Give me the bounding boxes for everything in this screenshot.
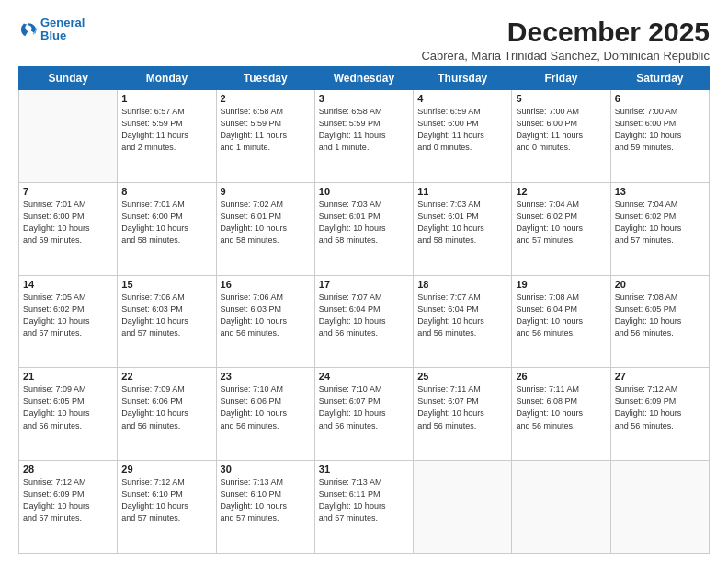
day-info: Sunrise: 7:10 AMSunset: 6:07 PMDaylight:… [319, 384, 409, 431]
day-cell: 30Sunrise: 7:13 AMSunset: 6:10 PMDayligh… [216, 461, 314, 554]
day-info: Sunrise: 6:57 AMSunset: 5:59 PMDaylight:… [121, 106, 211, 154]
day-number: 23 [221, 371, 311, 382]
day-info: Sunrise: 7:02 AMSunset: 6:01 PMDaylight:… [221, 199, 311, 247]
day-info: Sunrise: 7:10 AMSunset: 6:06 PMDaylight:… [221, 384, 311, 431]
day-cell: 19Sunrise: 7:08 AMSunset: 6:04 PMDayligh… [512, 275, 610, 368]
day-info: Sunrise: 7:13 AMSunset: 6:11 PMDaylight:… [319, 477, 409, 524]
day-cell: 9Sunrise: 7:02 AMSunset: 6:01 PMDaylight… [216, 182, 314, 275]
week-row-4: 28Sunrise: 7:12 AMSunset: 6:09 PMDayligh… [19, 461, 710, 554]
day-info: Sunrise: 7:11 AMSunset: 6:07 PMDaylight:… [417, 384, 507, 431]
day-number: 30 [221, 464, 311, 475]
day-info: Sunrise: 7:07 AMSunset: 6:04 PMDaylight:… [319, 292, 409, 339]
logo-icon [18, 19, 39, 40]
day-cell: 5Sunrise: 7:00 AMSunset: 6:00 PMDaylight… [512, 90, 610, 183]
day-info: Sunrise: 7:04 AMSunset: 6:02 PMDaylight:… [516, 199, 606, 247]
main-title: December 2025 [421, 17, 710, 47]
day-number: 14 [23, 279, 113, 290]
header-tuesday: Tuesday [216, 67, 314, 90]
day-number: 8 [121, 186, 211, 197]
day-number: 13 [615, 186, 705, 197]
day-cell: 24Sunrise: 7:10 AMSunset: 6:07 PMDayligh… [314, 368, 413, 461]
day-number: 2 [221, 93, 311, 104]
day-info: Sunrise: 7:08 AMSunset: 6:04 PMDaylight:… [516, 292, 606, 339]
day-number: 9 [221, 186, 311, 197]
day-cell: 15Sunrise: 7:06 AMSunset: 6:03 PMDayligh… [118, 275, 216, 368]
day-cell: 16Sunrise: 7:06 AMSunset: 6:03 PMDayligh… [216, 275, 314, 368]
day-cell [414, 461, 512, 554]
day-cell: 28Sunrise: 7:12 AMSunset: 6:09 PMDayligh… [19, 461, 118, 554]
header-sunday: Sunday [19, 67, 118, 90]
day-info: Sunrise: 7:04 AMSunset: 6:02 PMDaylight:… [615, 199, 705, 247]
day-cell: 20Sunrise: 7:08 AMSunset: 6:05 PMDayligh… [610, 275, 709, 368]
day-info: Sunrise: 7:01 AMSunset: 6:00 PMDaylight:… [23, 199, 113, 247]
day-info: Sunrise: 7:00 AMSunset: 6:00 PMDaylight:… [516, 106, 606, 154]
day-cell: 4Sunrise: 6:59 AMSunset: 6:00 PMDaylight… [414, 90, 512, 183]
day-number: 26 [516, 371, 606, 382]
day-info: Sunrise: 7:08 AMSunset: 6:05 PMDaylight:… [615, 292, 705, 339]
logo: General Blue [18, 17, 85, 43]
day-cell [512, 461, 610, 554]
day-number: 25 [417, 371, 507, 382]
header-friday: Friday [512, 67, 610, 90]
header: General Blue December 2025 Cabrera, Mari… [18, 17, 710, 63]
day-number: 29 [121, 464, 211, 475]
header-saturday: Saturday [610, 67, 709, 90]
day-cell: 7Sunrise: 7:01 AMSunset: 6:00 PMDaylight… [19, 182, 118, 275]
header-monday: Monday [118, 67, 216, 90]
day-cell [610, 461, 709, 554]
day-info: Sunrise: 7:12 AMSunset: 6:10 PMDaylight:… [121, 477, 211, 524]
day-number: 22 [121, 371, 211, 382]
day-number: 21 [23, 371, 113, 382]
logo-text: General Blue [40, 17, 85, 43]
week-row-1: 7Sunrise: 7:01 AMSunset: 6:00 PMDaylight… [19, 182, 710, 275]
day-number: 16 [221, 279, 311, 290]
day-number: 4 [417, 93, 507, 104]
day-cell: 14Sunrise: 7:05 AMSunset: 6:02 PMDayligh… [19, 275, 118, 368]
day-number: 5 [516, 93, 606, 104]
day-cell: 22Sunrise: 7:09 AMSunset: 6:06 PMDayligh… [118, 368, 216, 461]
day-info: Sunrise: 7:03 AMSunset: 6:01 PMDaylight:… [417, 199, 507, 247]
day-info: Sunrise: 7:12 AMSunset: 6:09 PMDaylight:… [615, 384, 705, 431]
week-row-0: 1Sunrise: 6:57 AMSunset: 5:59 PMDaylight… [19, 90, 710, 183]
day-number: 20 [615, 279, 705, 290]
day-cell: 2Sunrise: 6:58 AMSunset: 5:59 PMDaylight… [216, 90, 314, 183]
logo-line1: General [40, 16, 85, 29]
day-info: Sunrise: 7:01 AMSunset: 6:00 PMDaylight:… [121, 199, 211, 247]
day-cell: 21Sunrise: 7:09 AMSunset: 6:05 PMDayligh… [19, 368, 118, 461]
day-cell: 13Sunrise: 7:04 AMSunset: 6:02 PMDayligh… [610, 182, 709, 275]
week-row-3: 21Sunrise: 7:09 AMSunset: 6:05 PMDayligh… [19, 368, 710, 461]
day-cell: 11Sunrise: 7:03 AMSunset: 6:01 PMDayligh… [414, 182, 512, 275]
week-row-2: 14Sunrise: 7:05 AMSunset: 6:02 PMDayligh… [19, 275, 710, 368]
day-info: Sunrise: 6:58 AMSunset: 5:59 PMDaylight:… [319, 106, 409, 154]
day-info: Sunrise: 7:00 AMSunset: 6:00 PMDaylight:… [615, 106, 705, 154]
day-cell: 6Sunrise: 7:00 AMSunset: 6:00 PMDaylight… [610, 90, 709, 183]
day-info: Sunrise: 6:58 AMSunset: 5:59 PMDaylight:… [221, 106, 311, 154]
day-cell: 17Sunrise: 7:07 AMSunset: 6:04 PMDayligh… [314, 275, 413, 368]
header-wednesday: Wednesday [314, 67, 413, 90]
day-cell: 31Sunrise: 7:13 AMSunset: 6:11 PMDayligh… [314, 461, 413, 554]
title-block: December 2025 Cabrera, Maria Trinidad Sa… [421, 17, 710, 63]
day-number: 10 [319, 186, 409, 197]
page: General Blue December 2025 Cabrera, Mari… [0, 0, 728, 563]
day-number: 11 [417, 186, 507, 197]
day-cell: 8Sunrise: 7:01 AMSunset: 6:00 PMDaylight… [118, 182, 216, 275]
day-cell [19, 90, 118, 183]
day-info: Sunrise: 7:06 AMSunset: 6:03 PMDaylight:… [221, 292, 311, 339]
day-number: 24 [319, 371, 409, 382]
day-info: Sunrise: 7:07 AMSunset: 6:04 PMDaylight:… [417, 292, 507, 339]
day-cell: 27Sunrise: 7:12 AMSunset: 6:09 PMDayligh… [610, 368, 709, 461]
header-thursday: Thursday [414, 67, 512, 90]
calendar: SundayMondayTuesdayWednesdayThursdayFrid… [18, 66, 710, 554]
day-cell: 23Sunrise: 7:10 AMSunset: 6:06 PMDayligh… [216, 368, 314, 461]
header-row: SundayMondayTuesdayWednesdayThursdayFrid… [19, 67, 710, 90]
day-number: 31 [319, 464, 409, 475]
day-cell: 18Sunrise: 7:07 AMSunset: 6:04 PMDayligh… [414, 275, 512, 368]
day-cell: 3Sunrise: 6:58 AMSunset: 5:59 PMDaylight… [314, 90, 413, 183]
calendar-body: 1Sunrise: 6:57 AMSunset: 5:59 PMDaylight… [19, 90, 710, 554]
day-number: 17 [319, 279, 409, 290]
day-number: 6 [615, 93, 705, 104]
calendar-header: SundayMondayTuesdayWednesdayThursdayFrid… [19, 67, 710, 90]
day-cell: 10Sunrise: 7:03 AMSunset: 6:01 PMDayligh… [314, 182, 413, 275]
day-info: Sunrise: 7:05 AMSunset: 6:02 PMDaylight:… [23, 292, 113, 339]
day-info: Sunrise: 7:12 AMSunset: 6:09 PMDaylight:… [23, 477, 113, 524]
